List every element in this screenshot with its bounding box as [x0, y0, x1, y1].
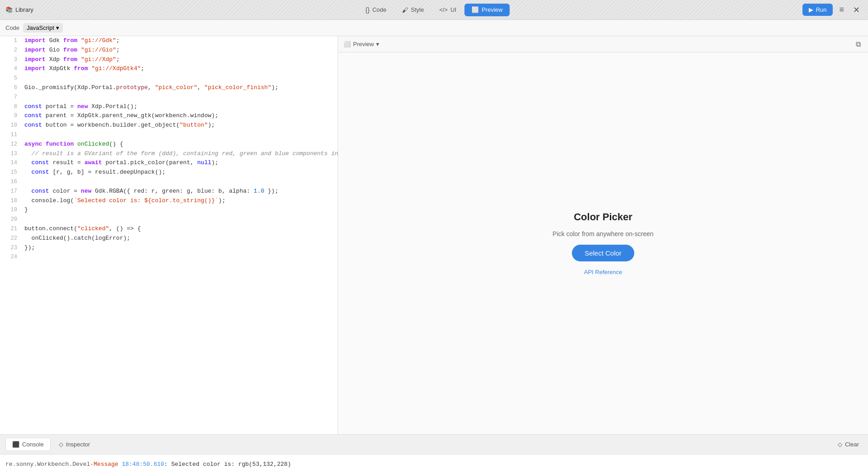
app-name-label: Library — [15, 6, 33, 13]
tab-ui[interactable]: </> UI — [432, 4, 464, 16]
table-row: 20 — [0, 215, 338, 224]
table-row: 5 — [0, 74, 338, 83]
inspector-icon: ◇ — [59, 441, 63, 448]
run-button[interactable]: ▶ Run — [802, 4, 833, 16]
run-label: Run — [816, 6, 827, 13]
ui-icon: </> — [439, 6, 448, 13]
table-row: 22 onClicked().catch(logError); — [0, 234, 338, 243]
console-timestamp: 18:48:50.610 — [118, 461, 164, 468]
preview-subtitle: Pick color from anywhere on-screen — [552, 230, 653, 237]
preview-label: ⬜ Preview ▾ — [344, 41, 379, 47]
table-row: 1 import Gdk from "gi://Gdk"; — [0, 36, 338, 46]
bottom-tabs: ⬛ Console ◇ Inspector ◇ Clear — [0, 434, 868, 454]
table-row: 7 — [0, 93, 338, 102]
table-row: 8 const portal = new Xdp.Portal(); — [0, 102, 338, 112]
console-msg-key: -Message — [90, 461, 118, 468]
language-label: JavaScript — [27, 24, 54, 31]
app-icon: 📚 — [5, 6, 13, 13]
table-row: 2 import Gio from "gi://Gio"; — [0, 46, 338, 55]
console-tab-label: Console — [22, 441, 44, 448]
code-icon: {} — [365, 6, 369, 14]
api-reference-link[interactable]: API Reference — [584, 269, 623, 275]
language-selector[interactable]: JavaScript ▾ — [23, 23, 63, 33]
preview-panel: ⬜ Preview ▾ ⧉ Color Picker Pick color fr… — [338, 36, 868, 434]
table-row: 12 async function onClicked() { — [0, 140, 338, 149]
run-icon: ▶ — [809, 6, 813, 13]
clear-button[interactable]: ◇ Clear — [834, 439, 863, 450]
table-row: 18 console.log(`Selected color is: ${col… — [0, 196, 338, 206]
preview-icon: ⬜ — [472, 6, 479, 13]
chevron-down-icon: ▾ — [56, 24, 59, 31]
table-row: 10 const button = workbench.builder.get_… — [0, 121, 338, 130]
tab-inspector[interactable]: ◇ Inspector — [52, 438, 96, 450]
table-row: 13 // result is a GVariant of the form (… — [0, 149, 338, 159]
table-row: 6 Gio._promisify(Xdp.Portal.prototype, "… — [0, 83, 338, 93]
tab-style[interactable]: 🖌 Style — [395, 4, 431, 16]
table-row: 14 const result = await portal.pick_colo… — [0, 158, 338, 168]
style-icon: 🖌 — [402, 6, 408, 14]
close-button[interactable]: ✕ — [850, 3, 863, 17]
clear-icon: ◇ — [838, 441, 842, 448]
console-message: re.sonny.Workbench.Devel-Message 18:48:5… — [5, 461, 291, 468]
tab-code[interactable]: {} Code — [358, 4, 393, 16]
main-area: 1 import Gdk from "gi://Gdk"; 2 import G… — [0, 36, 868, 434]
code-toolbar: Code JavaScript ▾ — [0, 20, 868, 36]
titlebar-tabs: {} Code 🖌 Style </> UI ⬜ Preview — [358, 4, 509, 16]
table-row: 23 }); — [0, 243, 338, 253]
table-row: 3 import Xdp from "gi://Xdp"; — [0, 55, 338, 65]
code-panel[interactable]: 1 import Gdk from "gi://Gdk"; 2 import G… — [0, 36, 338, 434]
preview-chevron-icon: ▾ — [376, 41, 379, 47]
inspector-tab-label: Inspector — [66, 441, 90, 448]
preview-toolbar-icon: ⬜ — [344, 41, 351, 47]
preview-content: Color Picker Pick color from anywhere on… — [338, 52, 868, 434]
table-row: 4 import XdpGtk from "gi://XdpGtk4"; — [0, 64, 338, 74]
menu-icon: ≡ — [839, 5, 844, 14]
tab-preview[interactable]: ⬜ Preview — [464, 4, 509, 16]
titlebar-right: ▶ Run ≡ ✕ — [802, 3, 863, 17]
table-row: 21 button.connect("clicked", () => { — [0, 224, 338, 234]
table-row: 15 const [r, g, b] = result.deepUnpack()… — [0, 168, 338, 177]
titlebar: 📚 Library {} Code 🖌 Style </> UI ⬜ Previ… — [0, 0, 868, 20]
table-row: 16 — [0, 177, 338, 187]
tab-console[interactable]: ⬛ Console — [5, 438, 51, 451]
table-row: 24 — [0, 252, 338, 262]
preview-toolbar-text: Preview — [353, 41, 374, 47]
preview-title: Color Picker — [574, 211, 632, 223]
table-row: 11 — [0, 130, 338, 140]
console-prefix: re.sonny.Workbench.Devel — [5, 461, 90, 468]
menu-button[interactable]: ≡ — [836, 3, 847, 16]
table-row: 19 } — [0, 205, 338, 215]
close-icon: ✕ — [853, 5, 860, 14]
table-row: 9 const parent = XdpGtk.parent_new_gtk(w… — [0, 111, 338, 121]
code-label: Code — [5, 24, 19, 31]
table-row: 17 const color = new Gdk.RGBA({ red: r, … — [0, 187, 338, 196]
app-title: 📚 Library — [5, 6, 33, 13]
preview-expand-button[interactable]: ⧉ — [854, 38, 863, 50]
console-output: re.sonny.Workbench.Devel-Message 18:48:5… — [0, 454, 868, 474]
clear-label: Clear — [845, 441, 859, 448]
preview-toolbar: ⬜ Preview ▾ ⧉ — [338, 36, 868, 52]
console-icon: ⬛ — [12, 441, 19, 448]
expand-icon: ⧉ — [856, 40, 861, 48]
console-text: : Selected color is: rgb(53,132,228) — [164, 461, 291, 468]
select-color-button[interactable]: Select Color — [572, 245, 634, 261]
